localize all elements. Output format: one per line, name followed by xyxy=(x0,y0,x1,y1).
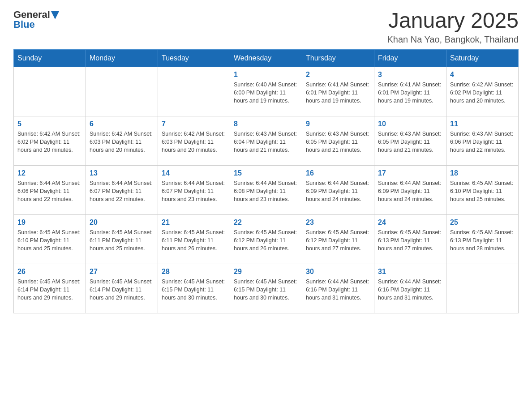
calendar-cell: 22Sunrise: 6:45 AM Sunset: 6:12 PM Dayli… xyxy=(230,214,302,264)
day-number: 3 xyxy=(378,71,442,79)
calendar-cell xyxy=(14,67,86,116)
day-info: Sunrise: 6:44 AM Sunset: 6:07 PM Dayligh… xyxy=(90,179,154,203)
calendar-cell: 20Sunrise: 6:45 AM Sunset: 6:11 PM Dayli… xyxy=(86,214,158,264)
calendar-cell: 16Sunrise: 6:44 AM Sunset: 6:09 PM Dayli… xyxy=(302,165,374,214)
day-info: Sunrise: 6:42 AM Sunset: 6:02 PM Dayligh… xyxy=(17,130,82,154)
calendar-week-1: 1Sunrise: 6:40 AM Sunset: 6:00 PM Daylig… xyxy=(14,67,519,116)
day-number: 16 xyxy=(306,169,370,177)
day-info: Sunrise: 6:40 AM Sunset: 6:00 PM Dayligh… xyxy=(234,81,298,105)
calendar-cell xyxy=(86,67,158,116)
calendar-cell: 14Sunrise: 6:44 AM Sunset: 6:07 PM Dayli… xyxy=(158,165,230,214)
day-info: Sunrise: 6:44 AM Sunset: 6:08 PM Dayligh… xyxy=(234,179,298,203)
calendar-cell: 30Sunrise: 6:44 AM Sunset: 6:16 PM Dayli… xyxy=(302,264,374,313)
calendar-cell xyxy=(158,67,230,116)
logo-text-blue: Blue xyxy=(13,19,35,30)
day-info: Sunrise: 6:43 AM Sunset: 6:05 PM Dayligh… xyxy=(378,130,442,154)
calendar-cell: 12Sunrise: 6:44 AM Sunset: 6:06 PM Dayli… xyxy=(14,165,86,214)
logo-triangle-icon xyxy=(51,11,59,19)
day-header-wednesday: Wednesday xyxy=(230,49,302,67)
day-header-friday: Friday xyxy=(374,49,446,67)
calendar-week-5: 26Sunrise: 6:45 AM Sunset: 6:14 PM Dayli… xyxy=(14,264,519,313)
day-number: 17 xyxy=(378,169,442,177)
day-info: Sunrise: 6:45 AM Sunset: 6:15 PM Dayligh… xyxy=(234,278,298,302)
calendar-cell: 7Sunrise: 6:42 AM Sunset: 6:03 PM Daylig… xyxy=(158,116,230,165)
day-header-sunday: Sunday xyxy=(14,49,86,67)
calendar-cell: 13Sunrise: 6:44 AM Sunset: 6:07 PM Dayli… xyxy=(86,165,158,214)
day-number: 10 xyxy=(378,120,442,128)
day-number: 11 xyxy=(450,120,515,128)
day-number: 22 xyxy=(234,218,298,227)
day-number: 12 xyxy=(17,169,82,177)
calendar-cell: 19Sunrise: 6:45 AM Sunset: 6:10 PM Dayli… xyxy=(14,214,86,264)
calendar-cell: 1Sunrise: 6:40 AM Sunset: 6:00 PM Daylig… xyxy=(230,67,302,116)
day-number: 21 xyxy=(162,218,226,227)
day-info: Sunrise: 6:45 AM Sunset: 6:12 PM Dayligh… xyxy=(234,228,298,253)
page-header: General Blue January 2025 Khan Na Yao, B… xyxy=(13,9,519,45)
calendar-cell: 18Sunrise: 6:45 AM Sunset: 6:10 PM Dayli… xyxy=(446,165,519,214)
day-info: Sunrise: 6:41 AM Sunset: 6:01 PM Dayligh… xyxy=(306,81,370,105)
day-number: 6 xyxy=(90,120,154,128)
calendar-cell: 31Sunrise: 6:44 AM Sunset: 6:16 PM Dayli… xyxy=(374,264,446,313)
day-info: Sunrise: 6:43 AM Sunset: 6:05 PM Dayligh… xyxy=(306,130,370,154)
day-info: Sunrise: 6:45 AM Sunset: 6:11 PM Dayligh… xyxy=(90,228,154,253)
day-number: 1 xyxy=(234,71,298,79)
day-number: 26 xyxy=(17,268,82,276)
calendar-cell: 2Sunrise: 6:41 AM Sunset: 6:01 PM Daylig… xyxy=(302,67,374,116)
location: Khan Na Yao, Bangkok, Thailand xyxy=(387,34,519,45)
day-number: 28 xyxy=(162,268,226,276)
day-info: Sunrise: 6:42 AM Sunset: 6:03 PM Dayligh… xyxy=(162,130,226,154)
day-info: Sunrise: 6:42 AM Sunset: 6:03 PM Dayligh… xyxy=(90,130,154,154)
month-title: January 2025 xyxy=(387,9,519,33)
calendar-cell: 6Sunrise: 6:42 AM Sunset: 6:03 PM Daylig… xyxy=(86,116,158,165)
calendar-cell: 24Sunrise: 6:45 AM Sunset: 6:13 PM Dayli… xyxy=(374,214,446,264)
day-info: Sunrise: 6:43 AM Sunset: 6:04 PM Dayligh… xyxy=(234,130,298,154)
day-number: 4 xyxy=(450,71,515,79)
calendar-cell: 17Sunrise: 6:44 AM Sunset: 6:09 PM Dayli… xyxy=(374,165,446,214)
calendar-cell: 9Sunrise: 6:43 AM Sunset: 6:05 PM Daylig… xyxy=(302,116,374,165)
calendar-cell: 27Sunrise: 6:45 AM Sunset: 6:14 PM Dayli… xyxy=(86,264,158,313)
day-number: 25 xyxy=(450,218,515,227)
day-number: 19 xyxy=(17,218,82,227)
day-info: Sunrise: 6:42 AM Sunset: 6:02 PM Dayligh… xyxy=(450,81,515,105)
logo: General Blue xyxy=(13,9,59,30)
day-info: Sunrise: 6:44 AM Sunset: 6:09 PM Dayligh… xyxy=(306,179,370,203)
day-header-tuesday: Tuesday xyxy=(158,49,230,67)
day-number: 23 xyxy=(306,218,370,227)
day-number: 5 xyxy=(17,120,82,128)
calendar-cell: 29Sunrise: 6:45 AM Sunset: 6:15 PM Dayli… xyxy=(230,264,302,313)
day-number: 31 xyxy=(378,268,442,276)
day-info: Sunrise: 6:45 AM Sunset: 6:13 PM Dayligh… xyxy=(378,228,442,253)
calendar-cell: 10Sunrise: 6:43 AM Sunset: 6:05 PM Dayli… xyxy=(374,116,446,165)
day-info: Sunrise: 6:44 AM Sunset: 6:16 PM Dayligh… xyxy=(378,278,442,302)
day-info: Sunrise: 6:45 AM Sunset: 6:11 PM Dayligh… xyxy=(162,228,226,253)
calendar-body: 1Sunrise: 6:40 AM Sunset: 6:00 PM Daylig… xyxy=(14,67,519,313)
calendar-cell xyxy=(446,264,519,313)
day-number: 20 xyxy=(90,218,154,227)
day-info: Sunrise: 6:41 AM Sunset: 6:01 PM Dayligh… xyxy=(378,81,442,105)
day-info: Sunrise: 6:45 AM Sunset: 6:15 PM Dayligh… xyxy=(162,278,226,302)
day-number: 7 xyxy=(162,120,226,128)
calendar-week-4: 19Sunrise: 6:45 AM Sunset: 6:10 PM Dayli… xyxy=(14,214,519,264)
calendar-cell: 11Sunrise: 6:43 AM Sunset: 6:06 PM Dayli… xyxy=(446,116,519,165)
title-area: January 2025 Khan Na Yao, Bangkok, Thail… xyxy=(387,9,519,45)
calendar-cell: 3Sunrise: 6:41 AM Sunset: 6:01 PM Daylig… xyxy=(374,67,446,116)
calendar-cell: 15Sunrise: 6:44 AM Sunset: 6:08 PM Dayli… xyxy=(230,165,302,214)
day-header-thursday: Thursday xyxy=(302,49,374,67)
calendar-week-3: 12Sunrise: 6:44 AM Sunset: 6:06 PM Dayli… xyxy=(14,165,519,214)
calendar-cell: 26Sunrise: 6:45 AM Sunset: 6:14 PM Dayli… xyxy=(14,264,86,313)
day-info: Sunrise: 6:45 AM Sunset: 6:12 PM Dayligh… xyxy=(306,228,370,253)
day-info: Sunrise: 6:45 AM Sunset: 6:13 PM Dayligh… xyxy=(450,228,515,253)
day-info: Sunrise: 6:45 AM Sunset: 6:10 PM Dayligh… xyxy=(17,228,82,253)
day-number: 13 xyxy=(90,169,154,177)
calendar-table: SundayMondayTuesdayWednesdayThursdayFrid… xyxy=(13,49,519,313)
day-info: Sunrise: 6:44 AM Sunset: 6:16 PM Dayligh… xyxy=(306,278,370,302)
day-header-saturday: Saturday xyxy=(446,49,519,67)
calendar-cell: 23Sunrise: 6:45 AM Sunset: 6:12 PM Dayli… xyxy=(302,214,374,264)
calendar-cell: 5Sunrise: 6:42 AM Sunset: 6:02 PM Daylig… xyxy=(14,116,86,165)
day-number: 27 xyxy=(90,268,154,276)
day-number: 9 xyxy=(306,120,370,128)
day-number: 14 xyxy=(162,169,226,177)
calendar-week-2: 5Sunrise: 6:42 AM Sunset: 6:02 PM Daylig… xyxy=(14,116,519,165)
calendar-header: SundayMondayTuesdayWednesdayThursdayFrid… xyxy=(14,49,519,67)
calendar-cell: 21Sunrise: 6:45 AM Sunset: 6:11 PM Dayli… xyxy=(158,214,230,264)
